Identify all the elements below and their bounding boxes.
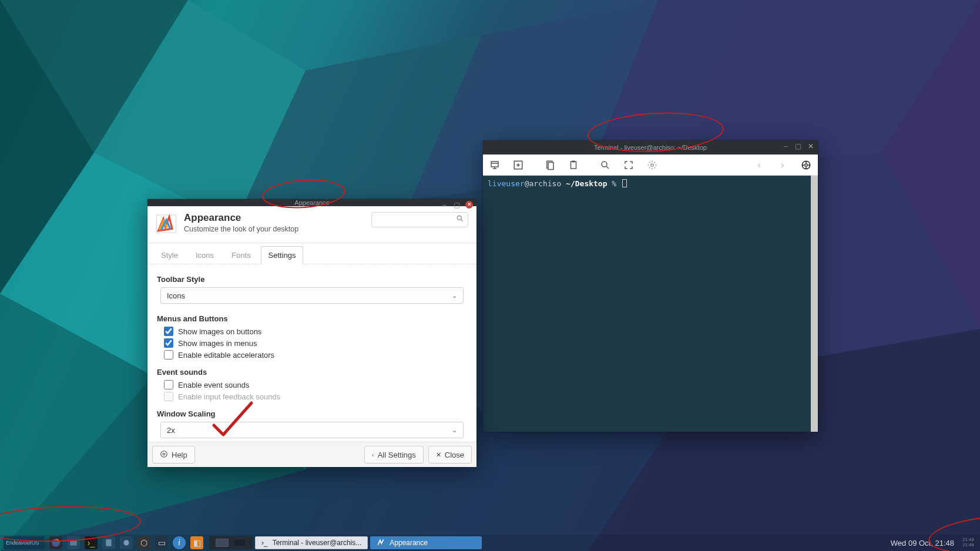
enable-event-sounds-label: Enable event sounds	[178, 381, 249, 389]
tab-fonts[interactable]: Fonts	[224, 246, 259, 264]
tab-style[interactable]: Style	[153, 246, 186, 264]
svg-rect-30	[70, 541, 77, 546]
window-scaling-value: 2x	[167, 426, 175, 435]
enable-input-feedback-label: Enable input feedback sounds	[178, 392, 280, 401]
copy-icon[interactable]	[544, 159, 556, 171]
appearance-heading: Appearance	[184, 212, 298, 224]
workspace-switcher[interactable]	[209, 536, 253, 549]
svg-rect-18	[548, 162, 553, 169]
appearance-footer: Help ‹ All Settings ✕ Close	[147, 442, 476, 467]
appearance-window[interactable]: Appearance – ▢ ✕ Appearance Customize th…	[147, 199, 476, 466]
menus-buttons-label: Menus and Buttons	[157, 314, 467, 323]
panel-clock[interactable]: Wed 09 Oct, 21:48	[882, 539, 962, 547]
window-scaling-label: Window Scaling	[157, 409, 467, 418]
appearance-titlebar[interactable]: Appearance – ▢ ✕	[147, 199, 476, 206]
terminal-task-icon: ›_	[261, 539, 268, 547]
enable-accelerators-label: Enable editable accelerators	[178, 351, 274, 360]
show-images-menus-label: Show images in menus	[178, 339, 257, 348]
svg-point-26	[457, 216, 461, 220]
appearance-task-icon	[377, 538, 385, 548]
settings-search[interactable]	[371, 212, 468, 227]
fullscreen-icon[interactable]	[623, 159, 635, 171]
event-sounds-label: Event sounds	[157, 368, 467, 377]
prompt-path: ~/Desktop	[566, 179, 607, 188]
chevron-down-icon: ⌄	[452, 292, 457, 300]
enable-accelerators-checkbox[interactable]	[164, 350, 173, 360]
launcher-chromium[interactable]: ⬡	[137, 536, 150, 549]
terminal-window[interactable]: Terminal - liveuser@archiso: ~/Desktop –…	[483, 140, 818, 432]
search-icon[interactable]	[599, 159, 611, 171]
clock-text: Wed 09 Oct, 21:48	[891, 539, 954, 547]
svg-rect-19	[571, 162, 576, 169]
enable-event-sounds-checkbox[interactable]	[164, 380, 173, 389]
minimize-button[interactable]: –	[782, 142, 790, 150]
toolbar-style-value: Icons	[167, 291, 185, 300]
terminal-body[interactable]: liveuser@archiso ~/Desktop %	[483, 176, 818, 432]
help-icon[interactable]	[800, 159, 812, 171]
search-icon	[456, 214, 464, 225]
back-icon[interactable]: ‹	[753, 159, 765, 171]
app-menu-button[interactable]: EndeavourOS	[4, 536, 45, 549]
minimize-button[interactable]: –	[441, 201, 448, 209]
all-settings-label: All Settings	[378, 451, 416, 459]
maximize-button[interactable]: ▢	[794, 142, 802, 150]
tab-icons[interactable]: Icons	[188, 246, 221, 264]
prompt-symbol: %	[608, 179, 621, 188]
svg-point-22	[651, 163, 654, 166]
clock-tiny-bottom: 21:48	[962, 543, 974, 548]
taskbar[interactable]: EndeavourOS ›_ ⬡ ▭ i ◧ ›_ Terminal - liv…	[0, 535, 980, 551]
paste-icon[interactable]	[568, 159, 579, 171]
enable-input-feedback-row: Enable input feedback sounds	[164, 392, 467, 401]
svg-point-28	[163, 453, 165, 455]
launcher-terminal[interactable]: ›_	[85, 536, 98, 549]
task-appearance[interactable]: Appearance	[370, 536, 482, 549]
svg-point-32	[123, 540, 129, 545]
settings-icon[interactable]	[646, 159, 658, 171]
terminal-scrollbar[interactable]	[811, 176, 818, 432]
launcher-editor[interactable]	[102, 536, 115, 549]
show-images-buttons-checkbox[interactable]	[164, 327, 173, 336]
terminal-titlebar[interactable]: Terminal - liveuser@archiso: ~/Desktop –…	[483, 140, 818, 154]
appearance-subheading: Customize the look of your desktop	[184, 225, 298, 233]
show-images-menus-checkbox[interactable]	[164, 338, 173, 348]
dropdown-icon[interactable]	[489, 159, 501, 171]
enable-event-sounds-row[interactable]: Enable event sounds	[164, 380, 467, 389]
tab-settings[interactable]: Settings	[261, 246, 304, 264]
maximize-button[interactable]: ▢	[453, 201, 461, 209]
close-label: Close	[445, 451, 464, 459]
appearance-title: Appearance	[294, 199, 329, 206]
task-terminal[interactable]: ›_ Terminal - liveuser@archis...	[255, 536, 368, 549]
close-button[interactable]: ✕	[465, 201, 473, 209]
task-terminal-label: Terminal - liveuser@archis...	[273, 539, 362, 547]
appearance-app-icon	[155, 212, 178, 236]
task-appearance-label: Appearance	[390, 539, 428, 547]
enable-accelerators-row[interactable]: Enable editable accelerators	[164, 350, 467, 360]
launcher-calamares[interactable]: ◧	[190, 536, 203, 549]
show-images-menus-row[interactable]: Show images in menus	[164, 338, 467, 348]
forward-icon[interactable]: ›	[777, 159, 788, 171]
launcher-files[interactable]	[67, 536, 80, 549]
launchers: EndeavourOS ›_ ⬡ ▭ i ◧	[0, 536, 207, 549]
close-button[interactable]: ✕ Close	[428, 446, 472, 463]
enable-input-feedback-checkbox	[164, 392, 173, 401]
launcher-info[interactable]: i	[173, 536, 186, 549]
close-button[interactable]: ✕	[807, 142, 814, 150]
new-tab-icon[interactable]	[512, 159, 524, 171]
terminal-title: Terminal - liveuser@archiso: ~/Desktop	[594, 144, 707, 151]
help-label: Help	[172, 451, 187, 459]
window-scaling-select[interactable]: 2x ⌄	[160, 422, 464, 438]
terminal-toolbar: ‹ ›	[483, 154, 818, 176]
svg-rect-31	[106, 539, 111, 546]
launcher-settings[interactable]	[120, 536, 133, 549]
tabs: Style Icons Fonts Settings	[147, 243, 476, 264]
toolbar-style-select[interactable]: Icons ⌄	[160, 287, 464, 304]
settings-search-input[interactable]	[375, 216, 456, 224]
launcher-firefox[interactable]	[49, 536, 62, 549]
chevron-down-icon: ⌄	[452, 426, 457, 434]
help-button[interactable]: Help	[152, 446, 195, 463]
show-desktop[interactable]: ▭	[155, 536, 168, 549]
show-images-buttons-row[interactable]: Show images on buttons	[164, 327, 467, 336]
prompt-user: liveuser	[488, 179, 525, 188]
help-icon	[160, 450, 168, 460]
all-settings-button[interactable]: ‹ All Settings	[364, 446, 424, 463]
